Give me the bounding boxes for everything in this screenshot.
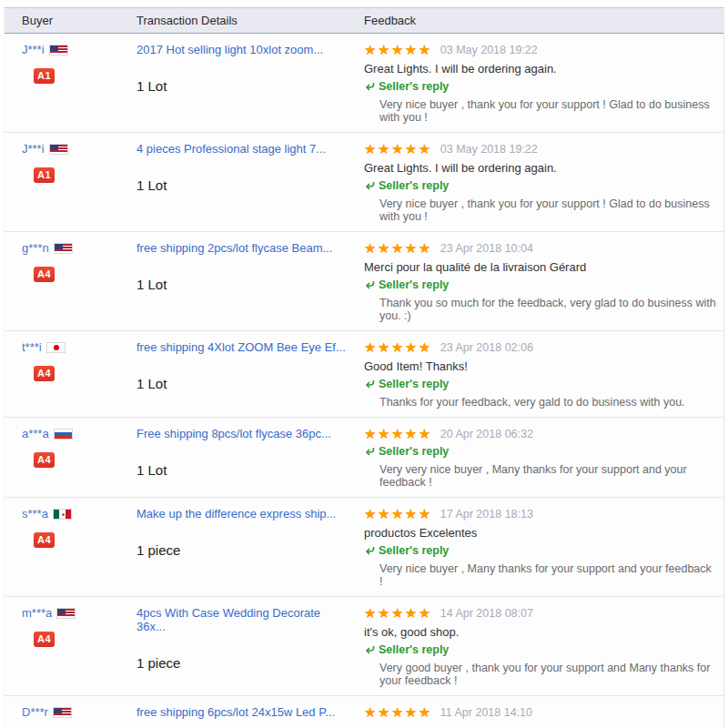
star-rating-icon: ★★★★★ [364,241,432,255]
transaction-cell: free shipping 2pcs/lot flycase Beam... 1… [136,241,364,322]
quantity: 1 piece [136,542,351,558]
seller-reply-block: Seller's reply Very nice buyer , thank y… [364,80,716,124]
feedback-comment: Good Item! Thanks! [364,359,716,373]
flag-us-icon [53,707,72,718]
buyer-name[interactable]: t***i [22,340,42,354]
seller-reply-label: Seller's reply [379,378,449,390]
table-row: J***i A1 4 pieces Professional stage lig… [5,133,723,232]
table-row: a***a A4 Free shipping 8pcs/lot flycase … [5,418,723,498]
table-header: Buyer Transaction Details Feedback [5,7,723,34]
flag-us-icon [49,45,68,56]
feedback-date: 23 Apr 2018 02:06 [440,341,533,354]
transaction-cell: 4 pieces Professional stage light 7... 1… [136,142,364,223]
feedback-date: 17 Apr 2018 18:13 [440,508,533,521]
seller-reply-text: Very nice buyer , thank you for your sup… [379,98,716,124]
product-link[interactable]: Make up the difference express ship... [136,507,351,521]
star-rating-icon: ★★★★★ [364,507,432,521]
seller-reply-label: Seller's reply [379,643,449,656]
star-rating-icon: ★★★★★ [364,340,432,354]
seller-reply-block: Seller's reply Thanks for your feedback,… [364,378,716,409]
flag-us-icon [54,243,73,254]
feedback-cell: ★★★★★ 23 Apr 2018 02:06 Good Item! Thank… [364,340,723,409]
feedback-cell: ★★★★★ 11 Apr 2018 14:10 Seller's reply [364,705,723,728]
seller-reply-text: Very good buyer , thank you for your sup… [379,662,716,687]
reply-arrow-icon [364,279,375,290]
seller-reply-block: Seller's reply Very good buyer , thank y… [364,643,716,687]
feedback-comment: Merci pour la qualité de la livraison Gé… [364,260,716,274]
transaction-cell: Make up the difference express ship... 1… [136,507,364,588]
feedback-comment: Great Lights. I will be ordering again. [364,161,716,175]
reply-arrow-icon [364,81,375,92]
product-link[interactable]: 4 pieces Professional stage light 7... [136,142,351,156]
seller-reply-text: Very nice buyer , thank you for your sup… [379,197,716,223]
buyer-name[interactable]: D***r [22,705,48,719]
quantity: 1 Lot [136,177,351,193]
buyer-name[interactable]: s***a [22,507,48,521]
flag-ru-icon [54,429,73,440]
buyer-name[interactable]: g***n [22,241,49,255]
product-link[interactable]: free shipping 6pcs/lot 24x15w Led P... [136,705,351,719]
buyer-name[interactable]: J***i [22,142,45,156]
quantity: 1 Lot [136,462,351,478]
quantity: 1 piece [136,655,351,671]
star-rating-icon: ★★★★★ [364,606,432,620]
flag-jp-icon [46,342,66,353]
feedback-date: 11 Apr 2018 14:10 [440,706,532,719]
buyer-level-badge: A4 [34,452,55,468]
buyer-level-badge: A1 [34,167,55,183]
feedback-date: 03 May 2018 19:22 [440,44,538,56]
buyer-name[interactable]: a***a [22,427,49,440]
star-rating-icon: ★★★★★ [364,427,432,440]
column-header-transaction-details: Transaction Details [136,14,364,27]
star-rating-icon: ★★★★★ [364,43,432,56]
star-rating-icon: ★★★★★ [364,142,432,156]
seller-reply-block: Seller's reply Very very nice buyer , Ma… [364,445,716,489]
buyer-name[interactable]: J***i [22,43,45,56]
seller-reply-label: Seller's reply [379,445,449,458]
table-row: D***r A3 free shipping 6pcs/lot 24x15w L… [5,696,723,728]
reply-arrow-icon [364,379,375,389]
product-link[interactable]: Free shipping 8pcs/lot flycase 36pc... [136,427,351,440]
quantity: 1 Lot [136,78,351,94]
feedback-cell: ★★★★★ 20 Apr 2018 06:32 Seller's reply V… [364,427,723,489]
column-header-buyer: Buyer [5,14,136,27]
buyer-name[interactable]: m***a [22,606,52,620]
reply-arrow-icon [364,545,375,556]
transaction-cell: free shipping 6pcs/lot 24x15w Led P... 1… [136,705,364,728]
quantity: 1 Lot [136,376,351,391]
feedback-table: Buyer Transaction Details Feedback J***i… [4,7,724,728]
star-rating-icon: ★★★★★ [364,705,432,719]
flag-us-icon [56,608,76,619]
buyer-cell: J***i A1 [5,142,136,223]
reply-arrow-icon [364,446,375,457]
buyer-level-badge: A4 [34,267,55,282]
feedback-cell: ★★★★★ 03 May 2018 19:22 Great Lights. I … [364,142,723,223]
feedback-comment: Great Lights. I will be ordering again. [364,62,716,76]
seller-reply-block: Seller's reply Very nice buyer , thank y… [364,179,716,223]
reply-arrow-icon [364,180,375,191]
seller-reply-label: Seller's reply [379,80,449,93]
flag-us-icon [49,144,68,155]
quantity: 1 Lot [136,277,351,292]
buyer-cell: t***i A4 [5,340,136,409]
seller-reply-label: Seller's reply [379,544,449,557]
buyer-level-badge: A1 [34,68,55,84]
buyer-cell: D***r A3 [5,705,136,728]
product-link[interactable]: 2017 Hot selling light 10xlot zoom... [136,43,351,56]
product-link[interactable]: free shipping 2pcs/lot flycase Beam... [136,241,351,255]
feedback-cell: ★★★★★ 23 Apr 2018 10:04 Merci pour la qu… [364,241,723,322]
transaction-cell: free shipping 4Xlot ZOOM Bee Eye Ef... 1… [136,340,364,409]
table-row: t***i A4 free shipping 4Xlot ZOOM Bee Ey… [5,331,723,418]
table-row: J***i A1 2017 Hot selling light 10xlot z… [5,34,723,133]
product-link[interactable]: 4pcs With Case Wedding Decorate 36x... [136,606,351,633]
seller-reply-label: Seller's reply [379,179,449,192]
buyer-level-badge: A4 [34,366,55,381]
feedback-comment: it's ok, good shop. [364,625,716,639]
seller-reply-block: Seller's reply Thank you so much for the… [364,278,716,322]
feedback-cell: ★★★★★ 03 May 2018 19:22 Great Lights. I … [364,43,723,124]
column-header-feedback: Feedback [364,14,723,27]
buyer-cell: g***n A4 [5,241,136,322]
product-link[interactable]: free shipping 4Xlot ZOOM Bee Eye Ef... [136,340,351,354]
feedback-comment: productos Excelentes [364,526,716,540]
table-row: g***n A4 free shipping 2pcs/lot flycase … [5,232,723,331]
